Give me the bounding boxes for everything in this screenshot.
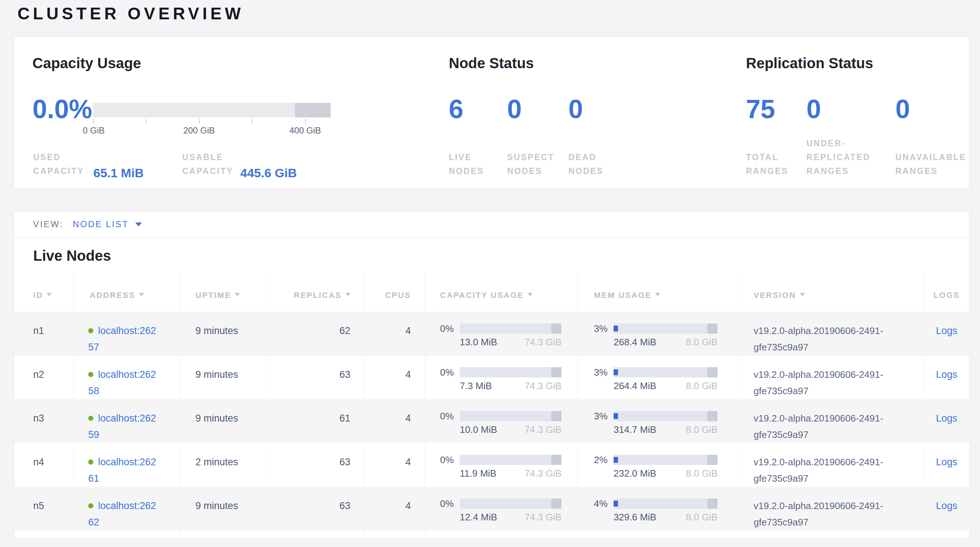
- mem-usage-fill: [614, 369, 618, 375]
- logs-link[interactable]: Logs: [936, 369, 958, 380]
- live-status-dot-icon: [88, 328, 93, 333]
- version-value: v19.2.0-alpha.20190606-2491-gfe735c9a97: [754, 369, 883, 396]
- column-header-capacity-usage[interactable]: CAPACITY USAGE: [425, 272, 578, 312]
- nodes-card: VIEW: NODE LIST Live Nodes ID ADDRESS UP…: [14, 211, 970, 539]
- column-header-mem-usage[interactable]: MEM USAGE: [578, 272, 739, 312]
- uptime-cell: 9 minutes: [179, 312, 267, 356]
- replicas-cell: 63: [267, 487, 364, 531]
- mem-usage-used-value: 329.6 MiB: [614, 512, 656, 523]
- capacity-usage-bar: [460, 323, 562, 334]
- mem-usage-meter: 3%264.4 MiB8.0 GiB: [594, 367, 718, 391]
- column-header-replicas[interactable]: REPLICAS: [267, 272, 364, 312]
- sort-arrow-icon: [139, 293, 144, 296]
- replicas-cell: 63: [267, 356, 364, 399]
- node-id-cell: n4: [14, 443, 73, 487]
- uptime-cell: 9 minutes: [179, 487, 267, 531]
- capacity-usage-reserved-segment: [551, 367, 562, 377]
- mem-usage-reserved-segment: [707, 367, 718, 377]
- capacity-percent: 0.0%: [32, 95, 92, 123]
- capacity-usage-total-value: 74.3 GiB: [525, 337, 562, 348]
- view-dropdown[interactable]: NODE LIST: [73, 219, 142, 229]
- mem-usage-fill: [614, 326, 618, 331]
- logs-link[interactable]: Logs: [936, 325, 958, 336]
- column-header-address[interactable]: ADDRESS: [73, 272, 179, 312]
- capacity-usage-gauge: 0 GiB 200 GiB 400 GiB: [93, 103, 331, 124]
- capacity-usage-reserved-segment: [551, 455, 562, 465]
- mem-usage-cell: 3%264.4 MiB8.0 GiB: [578, 356, 739, 399]
- capacity-gauge-ticks: [93, 118, 331, 124]
- capacity-gauge-bar: [93, 103, 331, 118]
- node-address-link[interactable]: localhost:26258: [88, 369, 156, 396]
- uptime-value: 2 minutes: [196, 456, 238, 467]
- mem-usage-used-value: 314.7 MiB: [614, 424, 656, 435]
- column-header-id[interactable]: ID: [14, 272, 73, 312]
- mem-usage-total-value: 8.0 GiB: [686, 337, 718, 348]
- node-address-link[interactable]: localhost:26257: [88, 325, 156, 353]
- uptime-value: 9 minutes: [196, 500, 238, 511]
- capacity-usage-cell: 0%10.0 MiB74.3 GiB: [425, 399, 578, 443]
- cpus-value: 4: [406, 325, 411, 336]
- node-id: n1: [33, 325, 44, 336]
- column-header-version[interactable]: VERSION: [739, 272, 923, 312]
- version-value: v19.2.0-alpha.20190606-2491-gfe735c9a97: [754, 500, 883, 528]
- version-value: v19.2.0-alpha.20190606-2491-gfe735c9a97: [754, 413, 883, 440]
- column-header-uptime[interactable]: UPTIME: [179, 272, 267, 312]
- uptime-value: 9 minutes: [196, 325, 238, 336]
- node-address-link[interactable]: localhost:26259: [88, 413, 156, 440]
- table-row: n1localhost:262579 minutes6240%13.0 MiB7…: [14, 312, 969, 356]
- capacity-usage-meter: 0%7.3 MiB74.3 GiB: [440, 367, 562, 391]
- version-cell: v19.2.0-alpha.20190606-2491-gfe735c9a97: [739, 399, 923, 443]
- node-status-panel: Node Status 6 LIVE NODES 0 SUSPECT NODES…: [449, 37, 733, 188]
- logs-link[interactable]: Logs: [936, 413, 958, 424]
- cpus-cell: 4: [364, 443, 425, 487]
- capacity-usage-panel: Capacity Usage 0.0% 0 GiB 200 GiB 400 Gi…: [32, 37, 430, 188]
- mem-usage-bar: [614, 455, 718, 465]
- live-nodes-count: 6: [449, 95, 463, 123]
- logs-cell: Logs: [923, 399, 970, 443]
- capacity-usage-cell: 0%11.9 MiB74.3 GiB: [425, 443, 578, 487]
- capacity-usage-bar: [460, 498, 562, 509]
- node-address-link[interactable]: localhost:26262: [88, 500, 156, 528]
- mem-usage-bar: [614, 498, 718, 509]
- node-address-link[interactable]: localhost:26261: [88, 456, 156, 484]
- sort-arrow-icon: [47, 293, 52, 296]
- table-row: n3localhost:262599 minutes6140%10.0 MiB7…: [14, 399, 969, 443]
- version-cell: v19.2.0-alpha.20190606-2491-gfe735c9a97: [739, 356, 923, 399]
- cpus-value: 4: [406, 500, 411, 511]
- mem-usage-percent: 4%: [594, 498, 611, 509]
- capacity-usage-bar: [460, 411, 562, 421]
- capacity-usage-bar: [460, 455, 562, 465]
- mem-usage-meter: 2%232.0 MiB8.0 GiB: [594, 455, 718, 479]
- logs-link[interactable]: Logs: [936, 500, 958, 511]
- capacity-usage-bar: [460, 367, 562, 377]
- mem-usage-meter: 4%329.6 MiB8.0 GiB: [594, 498, 718, 523]
- sort-arrow-icon: [345, 293, 350, 296]
- used-capacity-label: USED CAPACITY: [33, 150, 84, 178]
- version-value: v19.2.0-alpha.20190606-2491-gfe735c9a97: [754, 456, 883, 484]
- sort-arrow-icon: [655, 293, 660, 296]
- replicas-value: 62: [339, 325, 350, 336]
- mem-usage-cell: 4%329.6 MiB8.0 GiB: [578, 487, 739, 531]
- capacity-usage-used-value: 12.4 MiB: [460, 512, 497, 523]
- node-address-cell: localhost:26262: [73, 487, 179, 531]
- mem-usage-percent: 2%: [594, 455, 611, 465]
- version-cell: v19.2.0-alpha.20190606-2491-gfe735c9a97: [739, 312, 923, 356]
- mem-usage-fill: [614, 413, 618, 419]
- capacity-usage-used-value: 13.0 MiB: [460, 337, 497, 348]
- version-value: v19.2.0-alpha.20190606-2491-gfe735c9a97: [754, 325, 883, 353]
- cpus-cell: 4: [364, 487, 425, 531]
- node-id-cell: n2: [14, 356, 73, 399]
- version-cell: v19.2.0-alpha.20190606-2491-gfe735c9a97: [739, 443, 923, 487]
- cpus-cell: 4: [364, 356, 425, 399]
- replicas-cell: 61: [267, 399, 364, 443]
- mem-usage-reserved-segment: [707, 498, 718, 509]
- tick-label-200gib: 200 GiB: [183, 126, 215, 136]
- logs-link[interactable]: Logs: [936, 456, 958, 467]
- dead-nodes-count: 0: [568, 95, 583, 123]
- mem-usage-total-value: 8.0 GiB: [686, 424, 718, 435]
- capacity-usage-cell: 0%13.0 MiB74.3 GiB: [425, 312, 578, 356]
- table-row: n5localhost:262629 minutes6340%12.4 MiB7…: [14, 487, 969, 531]
- live-status-dot-icon: [88, 503, 93, 508]
- cpus-value: 4: [406, 456, 411, 467]
- chevron-down-icon: [135, 223, 142, 226]
